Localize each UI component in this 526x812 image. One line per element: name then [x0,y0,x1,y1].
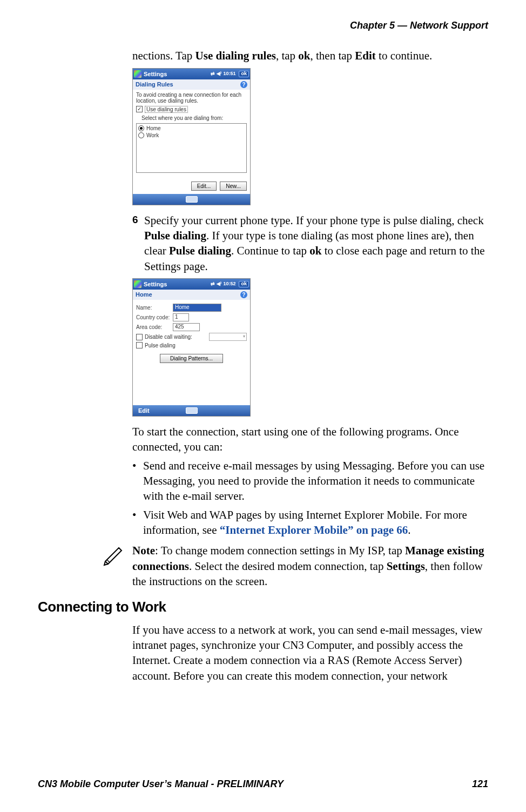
chevron-down-icon: ▾ [243,334,245,339]
note-block: Note: To change modem connection setting… [103,543,488,589]
wm1-tray: ⇄ ◀⁾ 10:51 ok [211,71,249,77]
step6-bold-ok: ok [309,244,321,257]
step6-bold-pulse1: Pulse dialing [144,229,206,242]
screenshot-dialing-rules: Settings ⇄ ◀⁾ 10:51 ok Dialing Rules ? T… [132,68,251,205]
wm1-use-dialing-label: Use dialing rules [145,106,188,113]
wm2-center-btn-row: Dialing Patterns... [136,354,247,363]
bullet-dot: • [132,507,143,538]
wm2-disable-row[interactable]: Disable call waiting: ▾ [136,333,247,341]
note-a: : To change modem connection settings in… [155,544,405,557]
intro-paragraph: nections. Tap Use dialing rules, tap ok,… [132,48,488,63]
help-icon[interactable]: ? [240,81,247,88]
bullet-2: • Visit Web and WAP pages by using Inter… [132,507,488,538]
wm2-pulse-label: Pulse dialing [145,343,176,348]
wm1-ok-button[interactable]: ok [239,71,249,77]
note-bold-label: Note [132,544,155,557]
footer-left: CN3 Mobile Computer User’s Manual - PREL… [38,777,284,790]
checkbox-empty-icon[interactable] [136,342,143,348]
intro-text-c: , then tap [311,49,355,62]
start-icon [134,280,141,288]
note-icon [103,543,132,567]
connecting-to-work-paragraph: If you have access to a network at work,… [132,622,488,683]
wm2-name-label: Name: [136,305,173,311]
step-6-text: Specify your current phone type. If your… [144,213,488,274]
link-internet-explorer-mobile[interactable]: “Internet Explorer Mobile” on page 66 [220,524,408,536]
wm1-select-prompt: Select where you are dialing from: [141,115,247,121]
wm2-subheader: Home ? [133,290,250,300]
note-bold-settings: Settings [387,560,425,573]
checkbox-empty-icon[interactable] [136,334,143,340]
wm2-name-input[interactable]: Home [173,304,221,312]
bullet-1: • Send and receive e-mail messages by us… [132,458,488,504]
wm2-disable-select[interactable]: ▾ [209,333,247,341]
step-6: 6 Specify your current phone type. If yo… [132,213,488,274]
section-heading-connecting-to-work: Connecting to Work [38,598,488,616]
step6-d: . Continue to tap [231,244,309,257]
volume-icon: ◀⁾ [217,71,221,77]
after-screenshot-paragraph: To start the connection, start using one… [132,424,488,455]
intro-text-b: , tap [276,49,298,62]
bullet-1-text: Send and receive e-mail messages by usin… [143,458,488,504]
keyboard-icon[interactable] [186,196,198,203]
bullet-2-text: Visit Web and WAP pages by using Interne… [143,507,488,538]
signal-icon: ⇄ [211,71,215,77]
wm1-radio-work-label: Work [146,132,159,138]
wm1-new-button[interactable]: New... [220,182,247,191]
bullet2-b: . [408,524,410,536]
wm2-area-input[interactable]: 425 [173,323,200,331]
wm1-note-text: To avoid creating a new connection for e… [136,92,247,104]
keyboard-icon[interactable] [186,407,198,414]
radio-selected-icon[interactable] [138,125,144,131]
start-icon [134,70,141,78]
page-footer: CN3 Mobile Computer User’s Manual - PREL… [38,777,488,790]
wm2-disable-label: Disable call waiting: [145,334,209,340]
note-text: Note: To change modem connection setting… [132,543,488,589]
wm2-country-row: Country code: 1 [136,313,247,321]
wm1-radio-home-row[interactable]: Home [138,125,245,131]
wm1-body: To avoid creating a new connection for e… [133,90,250,182]
volume-icon: ◀⁾ [217,281,221,287]
wm2-soft-edit[interactable]: Edit [138,407,150,414]
wm2-time: 10:52 [223,281,235,287]
wm1-time: 10:51 [223,71,235,77]
wm1-edit-button[interactable]: Edit... [191,182,217,191]
wm2-country-label: Country code: [136,314,173,320]
wm1-titlebar: Settings ⇄ ◀⁾ 10:51 ok [133,69,250,79]
wm1-title: Settings [144,71,211,77]
radio-unselected-icon[interactable] [138,132,144,138]
wm2-title: Settings [144,281,211,287]
wm2-tray: ⇄ ◀⁾ 10:52 ok [211,281,249,287]
help-icon[interactable]: ? [240,291,247,298]
intro-bold-edit: Edit [355,49,376,62]
wm2-softbar: Edit [133,405,250,416]
signal-icon: ⇄ [211,281,215,287]
wm1-subhead-text: Dialing Rules [136,81,173,88]
intro-text-a: nections. Tap [132,49,195,62]
wm1-softbar [133,194,250,205]
intro-bold-use-dialing: Use dialing rules [195,49,276,62]
wm2-body: Name: Home Country code: 1 Area code: 42… [133,300,250,405]
note-c: . Select the desired modem connection, t… [189,560,387,573]
step6-a: Specify your current phone type. If your… [144,214,484,227]
wm2-country-input[interactable]: 1 [173,313,189,321]
wm2-ok-button[interactable]: ok [239,281,249,287]
wm2-dialing-patterns-button[interactable]: Dialing Patterns... [160,354,223,363]
wm2-name-row: Name: Home [136,304,247,312]
wm1-radio-list: Home Work [136,123,247,173]
footer-page-number: 121 [472,777,488,790]
step6-bold-pulse2: Pulse dialing [169,244,231,257]
wm2-area-label: Area code: [136,324,173,330]
wm1-radio-work-row[interactable]: Work [138,132,245,138]
running-header: Chapter 5 — Network Support [38,19,488,32]
wm2-pulse-row[interactable]: Pulse dialing [136,342,247,348]
wm1-use-dialing-row[interactable]: ✓ Use dialing rules [136,106,247,113]
wm1-button-row: Edit... New... [133,182,250,194]
intro-bold-ok: ok [298,49,310,62]
wm2-area-row: Area code: 425 [136,323,247,331]
wm2-titlebar: Settings ⇄ ◀⁾ 10:52 ok [133,279,250,290]
checkbox-checked-icon[interactable]: ✓ [136,106,143,112]
wm1-subheader: Dialing Rules ? [133,79,250,90]
bullet-dot: • [132,458,143,504]
wm1-radio-home-label: Home [146,125,161,131]
step-6-number: 6 [132,213,144,274]
